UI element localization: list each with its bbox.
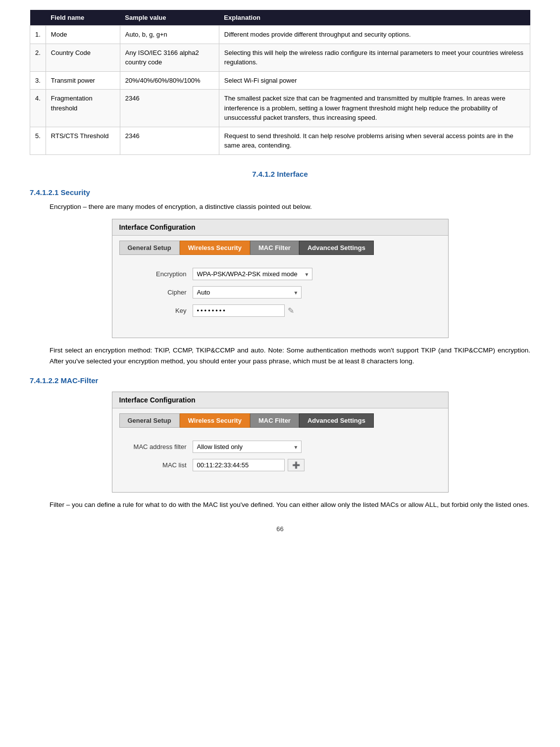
iface-tab[interactable]: General Setup xyxy=(119,241,180,255)
iface-tab[interactable]: MAC Filter xyxy=(250,241,299,255)
iface-config2-title: Interface Configuration xyxy=(112,392,448,408)
table-cell-field: Mode xyxy=(46,26,120,44)
iface-select[interactable]: WPA-PSK/WPA2-PSK mixed mode xyxy=(193,268,312,280)
table-cell-field: RTS/CTS Threshold xyxy=(46,127,120,154)
table-row: 4. Fragmentation threshold 2346 The smal… xyxy=(30,90,530,127)
table-cell-sample: 2346 xyxy=(120,90,219,127)
iface-tab[interactable]: General Setup xyxy=(119,413,180,428)
form-label: Key xyxy=(127,307,187,314)
table-row: 5. RTS/CTS Threshold 2346 Request to sen… xyxy=(30,127,530,154)
subsection2-body: Filter – you can define a rule for what … xyxy=(50,499,530,510)
iface-form-row: Cipher Auto xyxy=(127,286,433,299)
form-control: ➕ xyxy=(193,459,305,471)
table-cell-field: Fragmentation threshold xyxy=(46,90,120,127)
table-cell-sample: Auto, b, g, g+n xyxy=(120,26,219,44)
table-cell-field: Country Code xyxy=(46,44,120,71)
iface-form-row: Key ✎ xyxy=(127,304,433,317)
iface-tab[interactable]: Wireless Security xyxy=(180,413,250,428)
form-control: Allow listed only xyxy=(193,441,302,453)
iface-form-1: Encryption WPA-PSK/WPA2-PSK mixed mode C… xyxy=(112,263,448,328)
select-wrapper[interactable]: Auto xyxy=(193,286,302,299)
form-control: WPA-PSK/WPA2-PSK mixed mode xyxy=(193,268,312,280)
iface-form-row: Encryption WPA-PSK/WPA2-PSK mixed mode xyxy=(127,268,433,280)
iface-select[interactable]: Allow listed only xyxy=(193,441,302,453)
iface-form-row: MAC address filter Allow listed only xyxy=(127,441,433,453)
iface-select[interactable]: Auto xyxy=(193,286,302,299)
form-label: Cipher xyxy=(127,289,187,296)
table-cell-sample: 2346 xyxy=(120,127,219,154)
subsection1-heading: 7.4.1.2.1 Security xyxy=(30,188,530,197)
table-cell-sample: 20%/40%/60%/80%/100% xyxy=(120,71,219,90)
eye-icon[interactable]: ✎ xyxy=(288,306,294,315)
interface-config-2: Interface Configuration General SetupWir… xyxy=(112,392,449,493)
iface-tabs-1: General SetupWireless SecurityMAC Filter… xyxy=(112,236,448,255)
table-cell-num: 2. xyxy=(30,44,46,71)
table-cell-explanation: The smallest packet size that can be fra… xyxy=(219,90,530,127)
table-row: 1. Mode Auto, b, g, g+n Different modes … xyxy=(30,26,530,44)
form-control: ✎ xyxy=(193,304,294,317)
iface-config1-title: Interface Configuration xyxy=(112,219,448,236)
form-control: Auto xyxy=(193,286,302,299)
table-cell-explanation: Selecting this will help the wireless ra… xyxy=(219,44,530,71)
table-row: 2. Country Code Any ISO/IEC 3166 alpha2 … xyxy=(30,44,530,71)
iface-tab[interactable]: MAC Filter xyxy=(250,413,299,428)
iface-form-2: MAC address filter Allow listed only MAC… xyxy=(112,436,448,482)
iface-tab[interactable]: Advanced Settings xyxy=(299,241,374,255)
mac-input[interactable] xyxy=(193,459,285,471)
table-row: 3. Transmit power 20%/40%/60%/80%/100% S… xyxy=(30,71,530,90)
select-wrapper[interactable]: WPA-PSK/WPA2-PSK mixed mode xyxy=(193,268,312,280)
subsection1-body1: Encryption – there are many modes of enc… xyxy=(50,201,530,212)
table-cell-explanation: Different modes provide different throug… xyxy=(219,26,530,44)
table-header-num xyxy=(30,10,46,26)
iface-form-row: MAC list ➕ xyxy=(127,459,433,471)
field-table: Field name Sample value Explanation 1. M… xyxy=(30,10,530,155)
table-cell-sample: Any ISO/IEC 3166 alpha2 country code xyxy=(120,44,219,71)
table-header-sample: Sample value xyxy=(120,10,219,26)
form-label: Encryption xyxy=(127,270,187,278)
form-label: MAC list xyxy=(127,461,187,469)
section-heading: 7.4.1.2 Interface xyxy=(30,170,530,178)
add-mac-button[interactable]: ➕ xyxy=(288,459,305,471)
iface-tabs-2: General SetupWireless SecurityMAC Filter… xyxy=(112,408,448,428)
table-cell-num: 5. xyxy=(30,127,46,154)
table-cell-explanation: Request to send threshold. It can help r… xyxy=(219,127,530,154)
page-number: 66 xyxy=(30,525,530,533)
select-wrapper[interactable]: Allow listed only xyxy=(193,441,302,453)
form-label: MAC address filter xyxy=(127,443,187,450)
table-cell-explanation: Select Wi-Fi signal power xyxy=(219,71,530,90)
table-header-explanation: Explanation xyxy=(219,10,530,26)
table-header-field: Field name xyxy=(46,10,120,26)
table-cell-field: Transmit power xyxy=(46,71,120,90)
table-cell-num: 1. xyxy=(30,26,46,44)
password-input[interactable] xyxy=(193,304,285,317)
subsection2-heading: 7.4.1.2.2 MAC-Filter xyxy=(30,376,530,385)
table-cell-num: 4. xyxy=(30,90,46,127)
table-cell-num: 3. xyxy=(30,71,46,90)
iface-tab[interactable]: Advanced Settings xyxy=(299,413,374,428)
subsection1-body2: First select an encryption method: TKIP,… xyxy=(50,345,530,366)
iface-tab[interactable]: Wireless Security xyxy=(180,241,250,255)
interface-config-1: Interface Configuration General SetupWir… xyxy=(112,219,449,338)
